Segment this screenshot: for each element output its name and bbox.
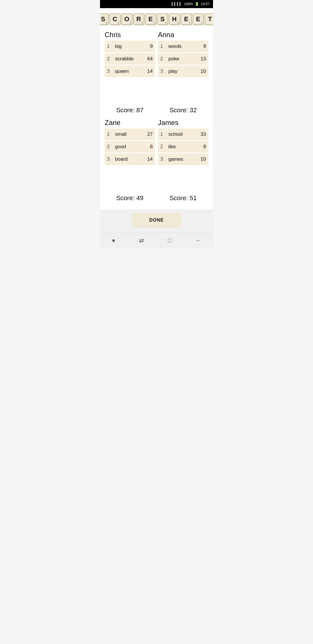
title-area: S1C3O2R1E1S1H4E1E1T1 (100, 8, 213, 28)
row-score: 9 (142, 41, 155, 53)
zane-score-table: 1 small 27 2 good 8 3 board 14 (105, 129, 155, 166)
tile-c-1: C3 (110, 13, 121, 25)
row-word: big (113, 41, 142, 53)
player-chris-name: Chris (105, 31, 155, 39)
row-word: scrabble (113, 53, 142, 65)
row-word: small (113, 129, 139, 141)
square-icon[interactable]: □ (168, 237, 172, 244)
player-zane: Zane 1 small 27 2 good 8 3 board 14 (105, 119, 155, 166)
table-row: 1 words 9 (158, 41, 208, 53)
anna-score-table: 1 words 9 2 poke 13 3 play 10 (158, 41, 208, 78)
anna-score-total: Score: 32 (158, 106, 208, 114)
tile-s-5: S1 (157, 13, 168, 25)
player-anna: Anna 1 words 9 2 poke 13 3 play 10 (158, 31, 208, 78)
chris-score-table: 1 big 9 2 scrabble 64 3 queen 14 (105, 41, 155, 78)
tile-t-9: T1 (205, 13, 213, 25)
tile-e-8: E1 (193, 13, 204, 25)
tile-e-7: E1 (181, 13, 192, 25)
row-score: 8 (194, 141, 208, 153)
row-num: 3 (105, 65, 113, 78)
row-score: 33 (194, 129, 208, 141)
row-word: words (166, 41, 193, 53)
main-content: Chris 1 big 9 2 scrabble 64 3 queen 14 A… (100, 28, 213, 209)
dot-icon[interactable]: ● (112, 237, 115, 244)
back-icon[interactable]: ← (195, 237, 201, 244)
table-row: 1 small 27 (105, 129, 155, 141)
james-score-total: Score: 51 (158, 194, 208, 202)
battery-icon: 🔋 (195, 2, 199, 6)
james-score-table: 1 school 33 2 like 8 3 games 10 (158, 129, 208, 166)
zane-score-total: Score: 49 (105, 194, 155, 202)
table-row: 1 school 33 (158, 129, 208, 141)
nav-bar: ● ⇄ □ ← (100, 232, 213, 248)
table-row: 2 poke 13 (158, 53, 208, 65)
row-word: poke (166, 53, 193, 65)
bottom-players-grid: Zane 1 small 27 2 good 8 3 board 14 Jame… (105, 119, 208, 168)
tile-e-4: E1 (145, 13, 156, 25)
row-num: 1 (158, 129, 166, 141)
row-num: 2 (158, 53, 166, 65)
table-row: 2 good 8 (105, 141, 155, 153)
row-num: 1 (158, 41, 166, 53)
top-players-grid: Chris 1 big 9 2 scrabble 64 3 queen 14 A… (105, 31, 208, 80)
table-row: 3 queen 14 (105, 65, 155, 78)
row-num: 1 (105, 129, 113, 141)
row-word: good (113, 141, 139, 153)
player-james-name: James (158, 119, 208, 127)
tile-o-2: O2 (121, 13, 132, 25)
player-chris: Chris 1 big 9 2 scrabble 64 3 queen 14 (105, 31, 155, 78)
table-row: 3 games 10 (158, 153, 208, 166)
row-word: games (166, 153, 194, 166)
row-num: 3 (105, 153, 113, 166)
row-score: 27 (139, 129, 155, 141)
row-word: school (166, 129, 194, 141)
row-score: 13 (193, 53, 208, 65)
done-button[interactable]: DONE (132, 213, 181, 227)
row-score: 14 (142, 65, 155, 78)
done-button-container: DONE (100, 209, 213, 232)
table-row: 2 like 8 (158, 141, 208, 153)
row-score: 64 (142, 53, 155, 65)
row-score: 14 (139, 153, 155, 166)
table-row: 3 board 14 (105, 153, 155, 166)
table-row: 1 big 9 (105, 41, 155, 53)
row-num: 3 (158, 65, 166, 78)
scrabble-title: S1C3O2R1E1S1H4E1E1T1 (100, 13, 213, 25)
row-score: 9 (193, 41, 208, 53)
player-zane-name: Zane (105, 119, 155, 127)
top-scores-row: Score: 87 Score: 32 (105, 106, 208, 114)
table-row: 3 play 10 (158, 65, 208, 78)
time-display: 14:57 (201, 2, 210, 6)
row-score: 10 (194, 153, 208, 166)
tile-r-3: R1 (133, 13, 144, 25)
chris-score-total: Score: 87 (105, 106, 155, 114)
row-num: 2 (105, 53, 113, 65)
row-word: board (113, 153, 139, 166)
row-num: 2 (158, 141, 166, 153)
tile-s-0: S1 (100, 13, 109, 25)
row-score: 8 (139, 141, 155, 153)
signal-icon: ▎▎▎▎ (172, 2, 182, 6)
player-anna-name: Anna (158, 31, 208, 39)
status-bar: ▎▎▎▎ 100% 🔋 14:57 (100, 0, 213, 8)
swap-icon[interactable]: ⇄ (139, 237, 144, 244)
row-num: 1 (105, 41, 113, 53)
row-word: play (166, 65, 193, 78)
battery-level: 100% (184, 2, 193, 6)
bottom-scores-row: Score: 49 Score: 51 (105, 194, 208, 202)
player-james: James 1 school 33 2 like 8 3 games 10 (158, 119, 208, 166)
row-num: 3 (158, 153, 166, 166)
row-word: like (166, 141, 194, 153)
row-word: queen (113, 65, 142, 78)
row-num: 2 (105, 141, 113, 153)
row-score: 10 (193, 65, 208, 78)
table-row: 2 scrabble 64 (105, 53, 155, 65)
tile-h-6: H4 (169, 13, 180, 25)
